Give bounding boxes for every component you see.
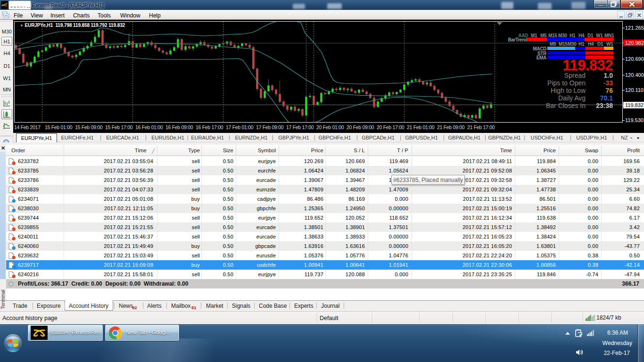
svg-text:Terminal: Terminal	[0, 289, 6, 309]
